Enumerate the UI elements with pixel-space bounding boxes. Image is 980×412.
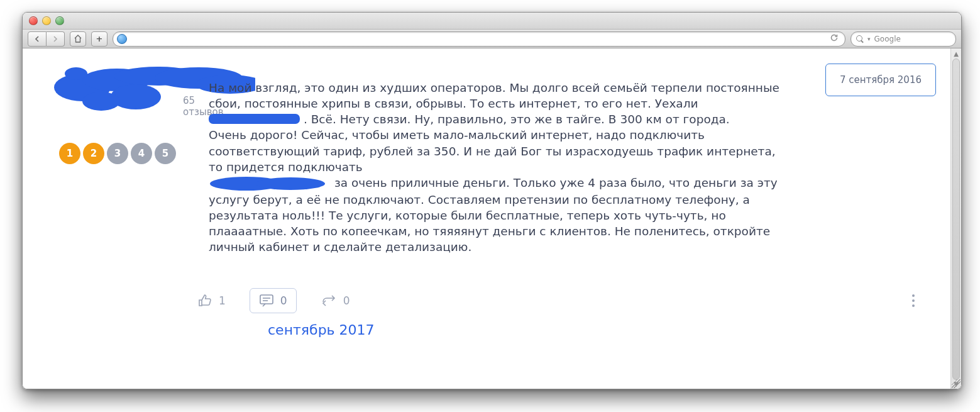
chevron-right-icon xyxy=(52,36,58,42)
comment-count: 0 xyxy=(280,294,287,307)
rating-dot-1[interactable]: 1 xyxy=(59,143,80,164)
share-count: 0 xyxy=(343,294,350,307)
rating-dots: 1 2 3 4 5 xyxy=(59,143,186,164)
scroll-up-button[interactable]: ▲ xyxy=(951,48,961,58)
window-resize-grip[interactable] xyxy=(952,379,961,388)
more-menu-button[interactable] xyxy=(912,294,915,307)
back-button[interactable] xyxy=(28,31,47,47)
window-titlebar xyxy=(23,13,961,30)
window-close-button[interactable] xyxy=(29,16,38,25)
chevron-down-icon: ▾ xyxy=(867,36,871,42)
window-traffic-lights xyxy=(29,16,64,25)
home-icon xyxy=(74,35,82,43)
add-bookmark-button[interactable]: + xyxy=(91,31,107,47)
chevron-left-icon xyxy=(34,36,40,42)
svg-point-9 xyxy=(256,177,325,190)
rating-dot-4[interactable]: 4 xyxy=(131,143,152,164)
home-button[interactable] xyxy=(70,31,86,47)
redacted-inline-2 xyxy=(209,175,328,192)
page-content: 7 сентября 2016 xyxy=(23,48,961,389)
share-button[interactable]: 0 xyxy=(321,294,350,308)
review-text: На мой взгляд, это один из худших операт… xyxy=(209,80,787,255)
reload-icon xyxy=(830,33,839,42)
window-zoom-button[interactable] xyxy=(55,16,64,25)
search-icon xyxy=(856,35,864,43)
like-button[interactable]: 1 xyxy=(197,293,226,308)
browser-window: + ▾ Google 7 сентября 2016 xyxy=(22,12,962,389)
vertical-scrollbar[interactable]: ▲ ▼ xyxy=(950,48,961,389)
scroll-thumb[interactable] xyxy=(952,58,960,380)
review-date: 7 сентября 2016 xyxy=(840,74,922,86)
globe-icon xyxy=(117,34,127,44)
svg-point-7 xyxy=(65,67,87,80)
svg-rect-10 xyxy=(260,295,273,304)
nav-segment xyxy=(28,31,65,47)
comment-button[interactable]: 0 xyxy=(250,288,297,313)
svg-point-6 xyxy=(82,92,120,111)
window-minimize-button[interactable] xyxy=(42,16,51,25)
comment-icon xyxy=(259,294,274,308)
browser-search-field[interactable]: ▾ Google xyxy=(851,31,956,47)
month-label: сентябрь 2017 xyxy=(268,322,920,338)
share-icon xyxy=(321,294,337,308)
browser-toolbar: + ▾ Google xyxy=(23,30,961,48)
forward-button[interactable] xyxy=(47,31,65,47)
like-count: 1 xyxy=(219,294,226,307)
redacted-inline-1 xyxy=(209,114,300,124)
search-placeholder: Google xyxy=(874,35,901,43)
review-date-box: 7 сентября 2016 xyxy=(825,64,936,96)
rating-dot-3[interactable]: 3 xyxy=(107,143,128,164)
address-bar[interactable] xyxy=(113,31,845,47)
reload-button[interactable] xyxy=(830,33,841,44)
rating-dot-2[interactable]: 2 xyxy=(83,143,104,164)
svg-point-5 xyxy=(111,84,161,109)
review-actions-row: 1 0 0 xyxy=(197,288,920,313)
rating-dot-5[interactable]: 5 xyxy=(155,143,176,164)
thumbs-up-icon xyxy=(197,293,212,308)
plus-icon: + xyxy=(96,34,103,43)
